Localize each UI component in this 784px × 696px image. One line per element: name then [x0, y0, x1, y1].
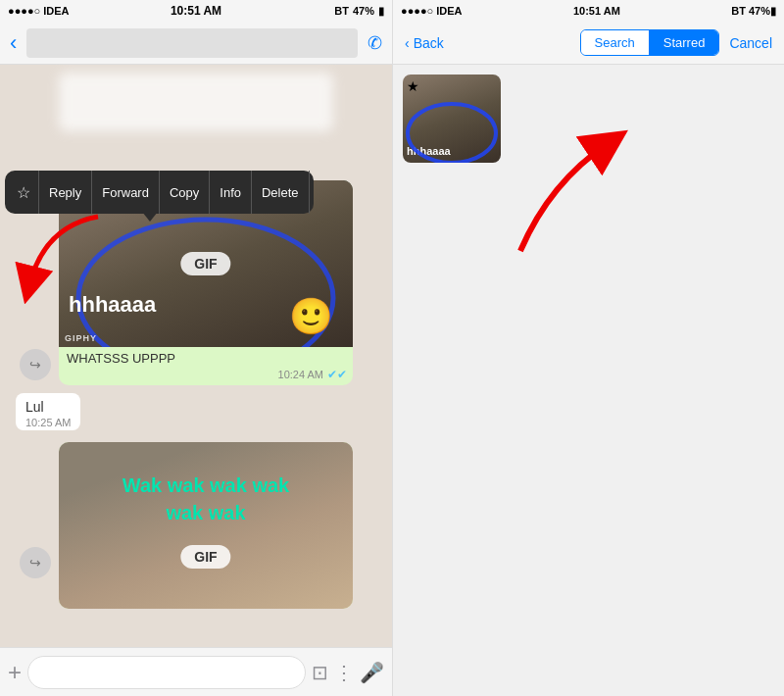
gif-message-2: Wak wak wak wak wak wak GIF: [59, 442, 353, 609]
gif-text-overlay: hhhaaaa: [69, 292, 156, 318]
emoji-overlay: 🙂: [289, 296, 333, 337]
gif-time: 10:24 AM: [278, 369, 323, 380]
camera-icon[interactable]: ⊡: [312, 661, 328, 684]
read-receipt: ✔✔: [327, 368, 347, 381]
gif-badge-2: GIF: [180, 545, 230, 569]
nav-bar-right: ‹ Back Search Starred Cancel: [393, 22, 784, 65]
nav-bar-left: ‹ ✆: [0, 22, 392, 65]
context-menu-arrow: [142, 212, 158, 222]
time-left: 10:51 AM: [171, 4, 221, 18]
red-arrow-right: [511, 124, 628, 265]
right-panel: ●●●●○ IDEA 10:51 AM BT 47%▮ ‹ Back Searc…: [392, 0, 784, 696]
add-button[interactable]: +: [8, 659, 22, 686]
blurred-message: [59, 73, 333, 131]
time-right: 10:51 AM: [573, 5, 620, 17]
delete-button[interactable]: Delete: [252, 171, 310, 214]
lul-text: Lul: [25, 399, 71, 415]
starred-content: ★ hhhaaaa: [393, 65, 784, 696]
contact-info: [26, 28, 358, 58]
bluetooth-icon-left: BT: [334, 5, 349, 17]
search-tab[interactable]: Search: [581, 30, 650, 55]
forward-button[interactable]: Forward: [92, 171, 160, 214]
battery-icon-left: ▮: [378, 5, 384, 18]
status-bar-left: ●●●●○ IDEA 10:51 AM BT 47% ▮: [0, 0, 392, 22]
gif-badge-1: GIF: [180, 252, 230, 275]
starred-item[interactable]: ★ hhhaaaa: [403, 75, 501, 163]
lul-time: 10:25 AM: [25, 417, 71, 428]
gif-meta: 10:24 AM ✔✔: [59, 368, 353, 385]
context-menu: ☆ Reply Forward Copy Info Delete: [5, 171, 314, 214]
status-bar-right: ●●●●○ IDEA 10:51 AM BT 47%▮: [393, 0, 784, 22]
dots-icon[interactable]: ⋮: [334, 661, 354, 684]
carrier-right: ●●●●○ IDEA: [401, 5, 463, 17]
back-chevron-right: ‹: [405, 35, 410, 51]
starred-tab[interactable]: Starred: [650, 30, 719, 55]
chat-area: ☆ Reply Forward Copy Info Delete: [0, 65, 392, 647]
starred-item-image: ★ hhhaaaa: [403, 75, 501, 163]
lul-bubble: Lul 10:25 AM: [16, 393, 80, 430]
forward-button-2[interactable]: ↪: [20, 547, 51, 578]
message-input[interactable]: [27, 656, 306, 689]
left-panel: ●●●●○ IDEA 10:51 AM BT 47% ▮ ‹ ✆ ☆ Reply…: [0, 0, 392, 696]
back-button-left[interactable]: ‹: [10, 30, 17, 56]
svg-point-2: [408, 104, 496, 163]
input-bar: + ⊡ ⋮ 🎤: [0, 647, 392, 696]
back-label-right: Back: [414, 35, 444, 51]
reply-button[interactable]: Reply: [39, 171, 92, 214]
lul-message-container: Lul 10:25 AM: [8, 389, 384, 434]
search-starred-toggle: Search Starred: [580, 29, 720, 56]
forward-button-1[interactable]: ↪: [20, 349, 51, 380]
info-button[interactable]: Info: [210, 171, 252, 214]
battery-left: BT 47% ▮: [334, 5, 384, 18]
wak-text: Wak wak wak wak wak wak: [59, 472, 353, 526]
gif-caption: WHATSSS UPPPP: [59, 347, 353, 368]
back-button-right[interactable]: ‹ Back: [405, 35, 444, 51]
gif-image-2: Wak wak wak wak wak wak GIF: [59, 442, 353, 609]
phone-icon[interactable]: ✆: [368, 32, 382, 54]
carrier-left: ●●●●○ IDEA: [8, 5, 70, 17]
giphy-watermark: GIPHY: [65, 333, 97, 343]
star-button[interactable]: ☆: [9, 171, 39, 214]
copy-button[interactable]: Copy: [160, 171, 210, 214]
battery-right: BT 47%▮: [731, 5, 776, 18]
mic-icon[interactable]: 🎤: [360, 661, 384, 684]
cancel-button[interactable]: Cancel: [729, 35, 772, 51]
